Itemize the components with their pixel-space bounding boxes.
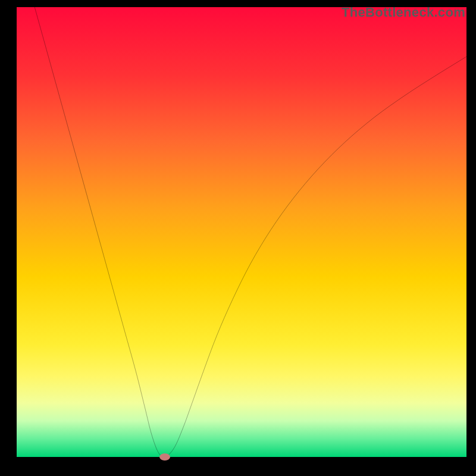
watermark-text: TheBottleneck.com	[342, 5, 465, 20]
chart-frame: TheBottleneck.com	[0, 0, 476, 476]
plot-area	[17, 7, 466, 457]
minimum-marker	[159, 453, 170, 461]
bottleneck-curve	[17, 7, 466, 457]
